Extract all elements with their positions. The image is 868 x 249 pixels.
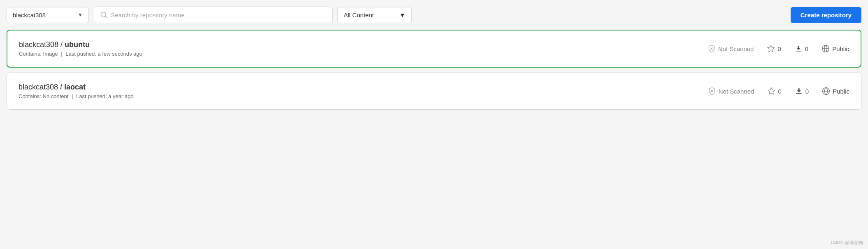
org-selector[interactable]: blackcat308 ▼ bbox=[7, 7, 89, 23]
globe-icon bbox=[822, 87, 830, 95]
repo-last-pushed: Last pushed: a few seconds ago bbox=[65, 51, 142, 57]
shield-scan-icon bbox=[707, 45, 716, 53]
watermark: CSDN @浪老猫 bbox=[831, 240, 863, 246]
visibility-label: Public bbox=[832, 45, 849, 52]
scan-status: Not Scanned bbox=[708, 87, 754, 95]
repo-meta: Contains: No content | Last pushed: a ye… bbox=[19, 93, 134, 99]
repo-org: blackcat308 / bbox=[19, 40, 65, 49]
stars-count: 0 bbox=[777, 45, 781, 52]
repo-last-pushed: Last pushed: a year ago bbox=[76, 93, 134, 99]
scan-status-label: Not Scanned bbox=[719, 88, 754, 95]
content-filter-value: All Content bbox=[344, 12, 374, 19]
toolbar: blackcat308 ▼ All Content ▼ Create repos… bbox=[7, 7, 861, 23]
svg-marker-4 bbox=[768, 45, 775, 52]
svg-marker-11 bbox=[768, 88, 775, 94]
search-input[interactable] bbox=[111, 12, 326, 19]
download-icon bbox=[794, 45, 803, 53]
star-icon bbox=[767, 87, 775, 95]
stars-stat: 0 bbox=[767, 87, 781, 95]
meta-separator: | bbox=[61, 51, 62, 57]
repo-name: ubuntu bbox=[65, 40, 90, 49]
repo-contains: Contains: Image bbox=[19, 51, 58, 57]
svg-rect-12 bbox=[796, 93, 801, 94]
shield-scan-icon bbox=[708, 87, 716, 95]
repo-info: blackcat308 / laocat Contains: No conten… bbox=[19, 83, 134, 99]
downloads-stat: 0 bbox=[795, 87, 809, 95]
scan-status: Not Scanned bbox=[707, 45, 754, 53]
repository-card[interactable]: blackcat308 / ubuntu Contains: Image | L… bbox=[7, 30, 861, 68]
stars-stat: 0 bbox=[767, 45, 781, 53]
repo-info: blackcat308 / ubuntu Contains: Image | L… bbox=[19, 40, 142, 57]
content-filter-chevron-icon: ▼ bbox=[399, 12, 405, 19]
svg-line-1 bbox=[105, 16, 106, 17]
repo-contains: Contains: No content bbox=[19, 93, 68, 99]
repo-meta: Contains: Image | Last pushed: a few sec… bbox=[19, 51, 142, 57]
repo-stats: Not Scanned 0 0 bbox=[708, 87, 849, 95]
search-box bbox=[94, 7, 333, 23]
svg-rect-5 bbox=[796, 51, 801, 52]
visibility-stat: Public bbox=[822, 87, 849, 95]
star-icon bbox=[767, 45, 775, 53]
search-icon bbox=[100, 11, 107, 19]
repository-card[interactable]: blackcat308 / laocat Contains: No conten… bbox=[7, 73, 861, 110]
content-filter-dropdown[interactable]: All Content ▼ bbox=[337, 7, 412, 23]
org-selector-value: blackcat308 bbox=[13, 12, 46, 19]
visibility-stat: Public bbox=[821, 45, 849, 53]
create-repository-button[interactable]: Create repository bbox=[791, 7, 861, 23]
stars-count: 0 bbox=[778, 88, 781, 95]
scan-status-label: Not Scanned bbox=[718, 45, 754, 52]
repo-full-name: blackcat308 / ubuntu bbox=[19, 40, 142, 49]
repository-list: blackcat308 / ubuntu Contains: Image | L… bbox=[7, 30, 861, 110]
repo-full-name: blackcat308 / laocat bbox=[19, 83, 134, 92]
downloads-count: 0 bbox=[805, 45, 808, 52]
visibility-label: Public bbox=[833, 88, 849, 95]
repo-org: blackcat308 / bbox=[19, 83, 64, 91]
downloads-stat: 0 bbox=[794, 45, 808, 53]
downloads-count: 0 bbox=[805, 88, 809, 95]
repo-stats: Not Scanned 0 0 bbox=[707, 45, 849, 53]
repo-name: laocat bbox=[64, 83, 86, 91]
org-selector-chevron-icon: ▼ bbox=[78, 12, 83, 18]
meta-separator: | bbox=[72, 93, 73, 99]
download-icon bbox=[795, 87, 803, 95]
globe-icon bbox=[821, 45, 830, 53]
